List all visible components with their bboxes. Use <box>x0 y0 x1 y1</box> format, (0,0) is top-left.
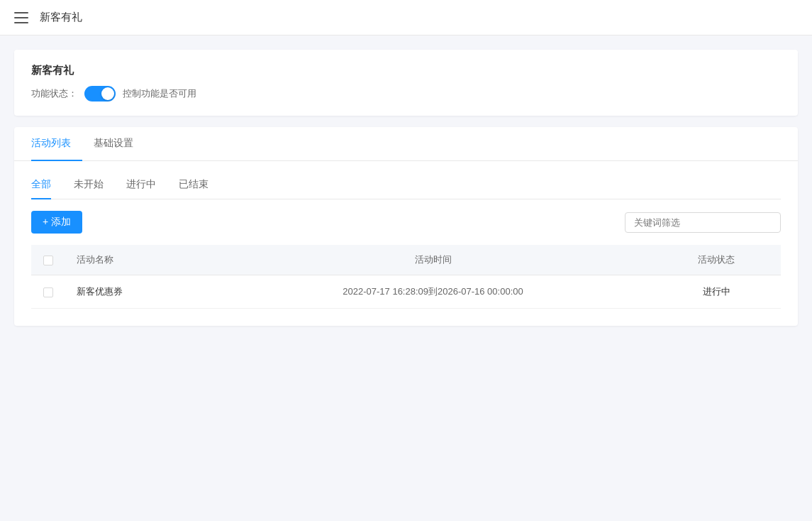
table-wrapper: 活动名称 活动时间 活动状态 新客优惠券 2022-07-17 16:28:09… <box>14 245 798 326</box>
feature-card: 新客有礼 功能状态： 控制功能是否可用 <box>14 50 798 116</box>
row-time: 2022-07-17 16:28:09到2026-07-16 00:00:00 <box>213 275 652 309</box>
feature-card-title: 新客有礼 <box>31 64 781 77</box>
sub-tab-ended[interactable]: 已结束 <box>179 172 208 199</box>
page-title: 新客有礼 <box>40 11 82 24</box>
row-checkbox-cell <box>31 275 65 309</box>
table-header-row: 活动名称 活动时间 活动状态 <box>31 245 781 275</box>
feature-status-row: 功能状态： 控制功能是否可用 <box>31 86 781 102</box>
activity-table: 活动名称 活动时间 活动状态 新客优惠券 2022-07-17 16:28:09… <box>31 245 781 309</box>
tab-basic-settings[interactable]: 基础设置 <box>82 127 145 161</box>
header-checkbox[interactable] <box>43 256 53 265</box>
tab-activity-list[interactable]: 活动列表 <box>31 127 82 161</box>
sub-tabs-area: 全部 未开始 进行中 已结束 <box>14 161 798 199</box>
header: 新客有礼 <box>0 0 812 35</box>
main-content: 新客有礼 功能状态： 控制功能是否可用 活动列表 基础设置 <box>0 35 812 340</box>
feature-status-desc: 控制功能是否可用 <box>123 87 196 100</box>
sub-tab-not-started[interactable]: 未开始 <box>74 172 104 199</box>
menu-icon[interactable] <box>14 12 28 23</box>
main-tabs: 活动列表 基础设置 <box>14 127 798 161</box>
col-status: 活动状态 <box>652 245 781 275</box>
toolbar: + 添加 <box>14 199 798 245</box>
sub-tab-in-progress[interactable]: 进行中 <box>126 172 156 199</box>
row-checkbox[interactable] <box>43 287 53 297</box>
row-name: 新客优惠券 <box>65 275 213 309</box>
row-status: 进行中 <box>652 275 781 309</box>
col-time: 活动时间 <box>213 245 652 275</box>
col-name: 活动名称 <box>65 245 213 275</box>
add-button[interactable]: + 添加 <box>31 211 82 234</box>
feature-status-label: 功能状态： <box>31 87 77 100</box>
sub-tabs: 全部 未开始 进行中 已结束 <box>31 172 781 199</box>
feature-toggle[interactable] <box>84 86 116 102</box>
toggle-thumb <box>101 87 114 100</box>
table-row: 新客优惠券 2022-07-17 16:28:09到2026-07-16 00:… <box>31 275 781 309</box>
col-checkbox <box>31 245 65 275</box>
sub-tab-all[interactable]: 全部 <box>31 172 51 199</box>
tabs-card: 活动列表 基础设置 全部 未开始 进行中 已结束 <box>14 127 798 326</box>
search-input[interactable] <box>625 212 781 233</box>
